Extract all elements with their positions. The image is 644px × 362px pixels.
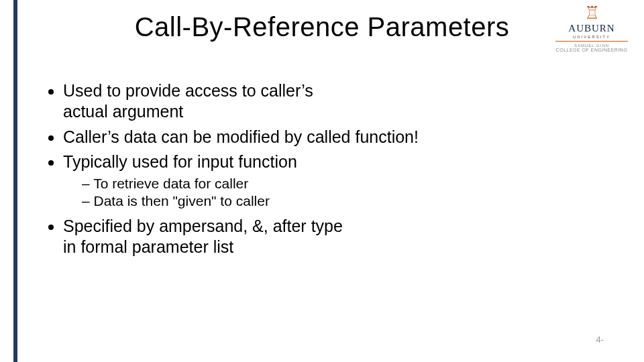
logo-divider — [555, 41, 628, 42]
bullet-text: Caller’s data can be modified by called … — [63, 127, 419, 146]
slide-body: Used to provide access to caller’s actua… — [47, 80, 604, 261]
logo-university-sub: UNIVERSITY — [551, 35, 632, 39]
page-number: 4- — [596, 335, 604, 345]
tower-icon: ♖ — [551, 4, 632, 21]
bullet-text: Typically used for input function — [63, 152, 297, 171]
sub-bullet-text: To retrieve data for caller — [93, 176, 248, 191]
bullet-text: Used to provide access to caller’s — [63, 81, 313, 100]
bullet-item: Used to provide access to caller’s actua… — [63, 80, 604, 123]
bullet-item: Typically used for input function To ret… — [63, 152, 604, 210]
sub-bullet-text: Data is then "given" to caller — [94, 193, 270, 208]
slide: Call-By-Reference Parameters ♖ AUBURN UN… — [0, 0, 644, 362]
logo-college: COLLEGE OF ENGINEERING — [551, 48, 632, 52]
sub-bullet-item: Data is then "given" to caller — [82, 192, 604, 210]
bullet-text: Specified by ampersand, &, after type — [63, 217, 343, 235]
sub-bullet-item: To retrieve data for caller — [82, 175, 604, 192]
bullet-text: actual argument — [63, 102, 183, 121]
bullet-list: Used to provide access to caller’s actua… — [47, 80, 604, 257]
logo-university: AUBURN — [551, 23, 632, 34]
bullet-item: Specified by ampersand, &, after type in… — [63, 216, 604, 258]
university-logo: ♖ AUBURN UNIVERSITY SAMUEL GINN COLLEGE … — [551, 4, 632, 52]
left-accent-bar — [13, 0, 17, 362]
bullet-text: in formal parameter list — [63, 237, 233, 256]
bullet-item: Caller’s data can be modified by called … — [63, 127, 604, 147]
sub-bullet-list: To retrieve data for caller Data is then… — [63, 175, 604, 210]
slide-title: Call-By-Reference Parameters — [0, 12, 644, 42]
